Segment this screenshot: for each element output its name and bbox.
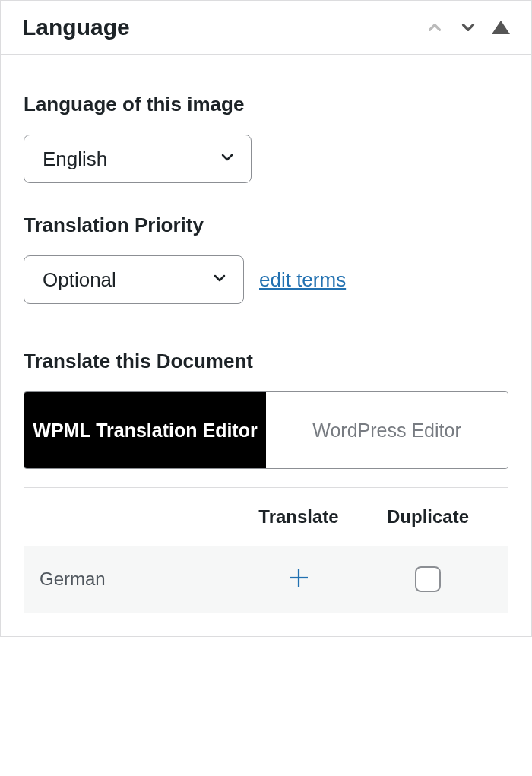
language-name-cell: German	[40, 569, 234, 590]
add-translation-button[interactable]	[285, 564, 312, 594]
translation-table: Translate Duplicate German	[24, 487, 508, 613]
duplicate-column-header: Duplicate	[363, 506, 492, 527]
collapse-triangle-icon[interactable]	[492, 21, 510, 34]
priority-select[interactable]: Optional	[24, 255, 244, 304]
panel-title: Language	[22, 14, 130, 40]
language-select-wrap: English	[24, 135, 252, 183]
translation-priority-label: Translation Priority	[24, 214, 508, 237]
translate-document-label: Translate this Document	[24, 350, 508, 373]
translate-document-section: Translate this Document WPML Translation…	[24, 350, 508, 613]
language-select-row: English	[24, 135, 508, 183]
editor-tabs: WPML Translation Editor WordPress Editor	[24, 391, 508, 469]
chevron-up-icon[interactable]	[425, 17, 445, 37]
language-select[interactable]: English	[24, 135, 252, 183]
translate-cell	[234, 564, 363, 594]
panel-body: Language of this image English Translati…	[1, 55, 531, 636]
duplicate-checkbox[interactable]	[415, 566, 441, 592]
tab-wpml-editor[interactable]: WPML Translation Editor	[24, 392, 266, 468]
edit-terms-link[interactable]: edit terms	[259, 268, 346, 292]
chevron-down-icon[interactable]	[458, 17, 478, 37]
translate-column-header: Translate	[234, 506, 363, 527]
priority-select-row: Optional edit terms	[24, 255, 508, 304]
panel-header: Language	[1, 1, 531, 55]
panel-controls	[425, 17, 510, 37]
tab-wordpress-editor[interactable]: WordPress Editor	[266, 392, 508, 468]
priority-select-wrap: Optional	[24, 255, 244, 304]
table-header: Translate Duplicate	[24, 488, 508, 546]
language-of-image-label: Language of this image	[24, 93, 508, 116]
duplicate-cell	[363, 566, 492, 592]
table-row: German	[24, 546, 508, 613]
language-panel: Language Language of this image English	[0, 0, 532, 637]
